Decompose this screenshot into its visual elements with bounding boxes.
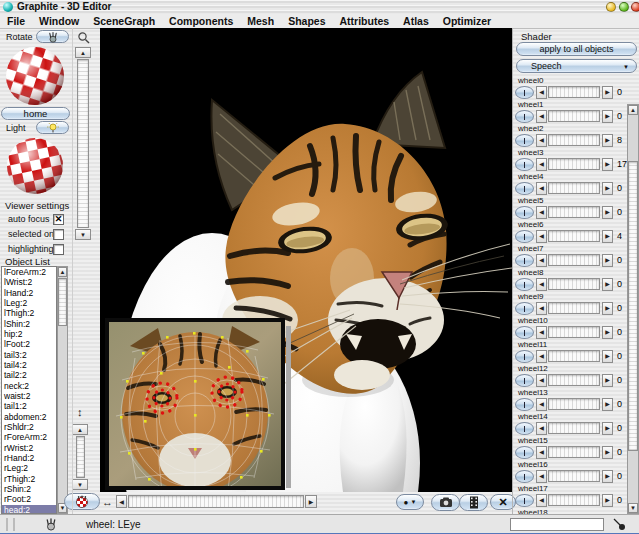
wheel-slider-track[interactable] <box>548 182 600 194</box>
wheel-increment-button[interactable]: ▶ <box>602 494 613 507</box>
wheel-decrement-button[interactable]: ◀ <box>536 470 547 483</box>
object-list-item[interactable]: rHand:2 <box>2 453 56 463</box>
light-mode-button[interactable] <box>36 121 69 134</box>
wheel-increment-button[interactable]: ▶ <box>602 350 613 363</box>
checkbox[interactable] <box>53 244 64 255</box>
wheel-increment-button[interactable]: ▶ <box>602 398 613 411</box>
wheel-decrement-button[interactable]: ◀ <box>536 254 547 267</box>
wheel-increment-button[interactable]: ▶ <box>602 158 613 171</box>
object-list-item[interactable]: rWrist:2 <box>2 443 56 453</box>
wheel-increment-button[interactable]: ▶ <box>602 374 613 387</box>
object-list-item[interactable]: lHand:2 <box>2 288 56 298</box>
zoom-slider[interactable] <box>77 59 89 228</box>
object-list-item[interactable]: lThigh:2 <box>2 308 56 318</box>
status-input[interactable] <box>510 518 604 531</box>
display-mode-menu-button[interactable]: ● ▼ <box>396 494 424 510</box>
wheel-increment-button[interactable]: ▶ <box>602 230 613 243</box>
wheel-dial[interactable] <box>515 374 534 387</box>
object-list-item[interactable]: tail4:2 <box>2 360 56 370</box>
wheel-decrement-button[interactable]: ◀ <box>536 422 547 435</box>
snapshot-button[interactable] <box>431 494 460 511</box>
wheel-dial[interactable] <box>515 230 534 243</box>
minimize-button[interactable] <box>606 2 616 12</box>
record-animation-button[interactable] <box>459 494 488 511</box>
wheel-increment-button[interactable]: ▶ <box>602 422 613 435</box>
object-list-item[interactable]: rForeArm:2 <box>2 432 56 442</box>
wheel-dial[interactable] <box>515 86 534 99</box>
shader-dropdown[interactable]: Speech ▼ <box>516 59 637 73</box>
wheel-decrement-button[interactable]: ◀ <box>536 110 547 123</box>
wheel-increment-button[interactable]: ▶ <box>602 134 613 147</box>
zoom-out-button[interactable]: ▼ <box>75 229 91 240</box>
wheel-dial[interactable] <box>515 494 534 507</box>
wheel-decrement-button[interactable]: ◀ <box>536 494 547 507</box>
wheel-decrement-button[interactable]: ◀ <box>536 302 547 315</box>
object-list-item[interactable]: tail2:2 <box>2 370 56 380</box>
wheel-dial[interactable] <box>515 254 534 267</box>
wheel-increment-button[interactable]: ▶ <box>602 446 613 459</box>
wheel-increment-button[interactable]: ▶ <box>602 206 613 219</box>
checkbox[interactable] <box>53 229 64 240</box>
object-list-item[interactable]: lFoot:2 <box>2 339 56 349</box>
object-list-item[interactable]: lShin:2 <box>2 319 56 329</box>
wheel-decrement-button[interactable]: ◀ <box>536 86 547 99</box>
menu-item[interactable]: Shapes <box>281 15 332 27</box>
menu-item[interactable]: File <box>0 15 32 27</box>
object-list-item[interactable]: hip:2 <box>2 329 56 339</box>
pan-right-button[interactable]: ▶ <box>305 495 317 508</box>
wheel-decrement-button[interactable]: ◀ <box>536 134 547 147</box>
object-list-item[interactable]: rLeg:2 <box>2 463 56 473</box>
wheel-increment-button[interactable]: ▶ <box>602 110 613 123</box>
wheel-dial[interactable] <box>515 422 534 435</box>
wheel-slider-track[interactable] <box>548 278 600 290</box>
wheel-decrement-button[interactable]: ◀ <box>536 182 547 195</box>
object-list-item[interactable]: rThigh:2 <box>2 474 56 484</box>
wheel-increment-button[interactable]: ▶ <box>602 86 613 99</box>
wheel-dial[interactable] <box>515 326 534 339</box>
wheel-slider-track[interactable] <box>548 134 600 146</box>
wheel-increment-button[interactable]: ▶ <box>602 182 613 195</box>
object-list-item[interactable]: rShin:2 <box>2 484 56 494</box>
wheel-slider-track[interactable] <box>548 158 600 170</box>
object-list-item[interactable]: rShldr:2 <box>2 422 56 432</box>
pan-left-button[interactable]: ◀ <box>116 495 127 508</box>
wheel-dial[interactable] <box>515 470 534 483</box>
wheel-dial[interactable] <box>515 134 534 147</box>
rotate-mode-button[interactable] <box>36 30 69 43</box>
menu-item[interactable]: Window <box>32 15 86 27</box>
object-list-item[interactable]: lWrist:2 <box>2 277 56 287</box>
close-window-button[interactable] <box>631 2 639 12</box>
object-list-item[interactable]: rFoot:2 <box>2 494 56 504</box>
wheel-slider-track[interactable] <box>548 110 600 122</box>
wheel-slider-track[interactable] <box>548 350 600 362</box>
title-bar[interactable]: Graphite - 3D Editor <box>0 0 639 15</box>
wheel-decrement-button[interactable]: ◀ <box>536 350 547 363</box>
viewport-3d[interactable] <box>100 28 512 492</box>
object-list-item[interactable]: waist:2 <box>2 391 56 401</box>
scroll-up-icon[interactable]: ▲ <box>628 105 638 115</box>
wheel-dial[interactable] <box>515 158 534 171</box>
object-list-item[interactable]: abdomen:2 <box>2 412 56 422</box>
object-list-item[interactable]: lForeArm:2 <box>2 267 56 277</box>
menu-item[interactable]: Atlas <box>396 15 436 27</box>
wheel-decrement-button[interactable]: ◀ <box>536 398 547 411</box>
wheel-slider-track[interactable] <box>548 398 600 410</box>
wheel-dial[interactable] <box>515 446 534 459</box>
menu-item[interactable]: Optimizer <box>436 15 498 27</box>
wheel-increment-button[interactable]: ▶ <box>602 302 613 315</box>
wheel-slider-track[interactable] <box>548 422 600 434</box>
menu-item[interactable]: SceneGraph <box>86 15 162 27</box>
scroll-down-icon[interactable]: ▼ <box>628 503 638 513</box>
wheel-decrement-button[interactable]: ◀ <box>536 446 547 459</box>
object-list-scrollbar[interactable]: ▲ ▼ <box>57 266 68 514</box>
wheel-dial[interactable] <box>515 110 534 123</box>
wheel-increment-button[interactable]: ▶ <box>602 254 613 267</box>
object-list-item[interactable]: head:2 <box>2 505 56 514</box>
wheel-slider-track[interactable] <box>548 446 600 458</box>
wheel-increment-button[interactable]: ▶ <box>602 278 613 291</box>
wheel-increment-button[interactable]: ▶ <box>602 470 613 483</box>
apply-to-all-objects-button[interactable]: apply to all objects <box>516 42 637 56</box>
menu-item[interactable]: Components <box>162 15 240 27</box>
scroll-up-icon[interactable]: ▲ <box>58 267 67 277</box>
object-list-item[interactable]: tail3:2 <box>2 350 56 360</box>
